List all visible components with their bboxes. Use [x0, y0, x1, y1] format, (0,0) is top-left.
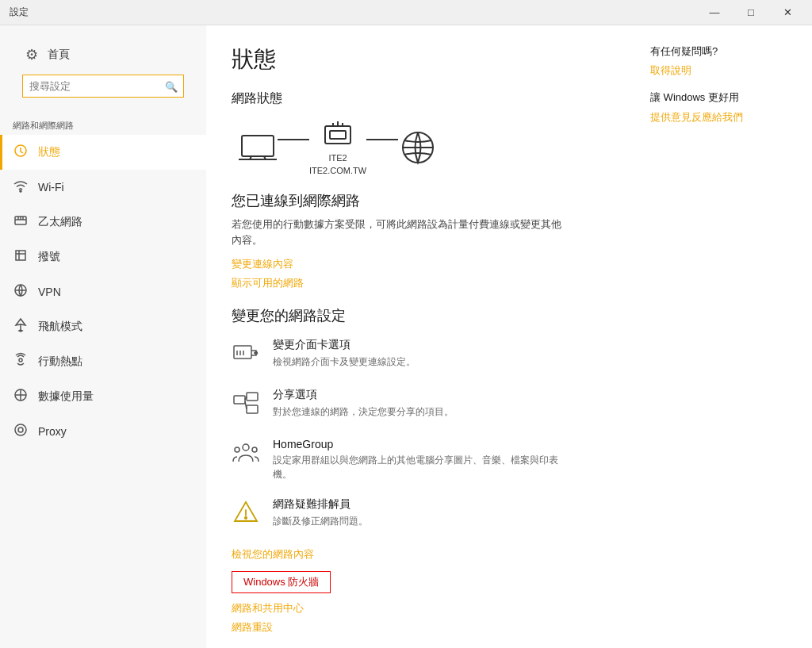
status-icon — [13, 143, 29, 162]
svg-rect-16 — [247, 405, 258, 413]
firewall-btn-container: Windows 防火牆 — [232, 566, 612, 598]
sidebar-item-wifi-label: Wi-Fi — [38, 181, 64, 194]
troubleshoot-option: 網路疑難排解員 診斷及修正網路問題。 — [232, 497, 612, 531]
sidebar-item-hotspot-label: 行動熱點 — [38, 355, 82, 369]
dialup-icon — [13, 247, 29, 266]
svg-rect-9 — [325, 126, 350, 144]
network-reset-link[interactable]: 網路重設 — [232, 620, 612, 635]
adapter-icon — [232, 339, 260, 372]
svg-rect-8 — [242, 136, 274, 156]
adapter-content: 變更介面卡選項 檢視網路介面卡及變更連線設定。 — [273, 338, 416, 369]
sidebar-item-data[interactable]: 數據使用量 — [0, 379, 206, 414]
troubleshoot-content: 網路疑難排解員 診斷及修正網路問題。 — [273, 497, 368, 528]
feedback-title: 讓 Windows 更好用 — [650, 90, 799, 105]
maximize-button[interactable]: □ — [733, 0, 769, 25]
sidebar-item-hotspot[interactable]: 行動熱點 — [0, 344, 206, 379]
router-device: ITE2 ITE2.COM.TW — [309, 120, 366, 175]
svg-rect-15 — [247, 393, 258, 401]
sidebar-section-label: 網路和網際網路 — [0, 113, 206, 135]
vpn-icon — [13, 282, 29, 301]
sidebar-header: ⚙ 首頁 🔍 — [0, 25, 206, 113]
right-panel: 有任何疑問嗎? 取得說明 讓 Windows 更好用 提供意見反應給我們 — [638, 25, 812, 648]
svg-point-7 — [18, 428, 23, 432]
network-status-heading: 網路狀態 — [232, 90, 612, 107]
sidebar-item-ethernet-label: 乙太網路 — [38, 215, 82, 229]
homegroup-content: HomeGroup 設定家用群組以與您網路上的其他電腦分享圖片、音樂、檔案與印表… — [273, 438, 574, 481]
svg-point-18 — [235, 447, 239, 452]
wifi-icon — [13, 178, 29, 197]
svg-rect-14 — [234, 396, 245, 404]
adapter-desc: 檢視網路介面卡及變更連線設定。 — [273, 355, 416, 369]
warning-icon — [232, 499, 260, 531]
minimize-button[interactable]: — — [696, 0, 733, 25]
bottom-links: 檢視您的網路內容 Windows 防火牆 網路和共用中心 網路重設 — [232, 547, 612, 635]
sharing-option: 分享選項 對於您連線的網路，決定您要分享的項目。 — [232, 388, 612, 422]
help-link[interactable]: 取得說明 — [650, 63, 799, 78]
search-input[interactable] — [22, 75, 184, 98]
globe-icon — [398, 128, 438, 167]
airplane-icon — [13, 317, 29, 336]
homegroup-icon — [232, 439, 260, 472]
router-icon — [322, 120, 354, 150]
sidebar-item-dialup-label: 撥號 — [38, 250, 60, 264]
sidebar-item-ethernet[interactable]: 乙太網路 — [0, 205, 206, 240]
change-connection-link[interactable]: 變更連線內容 — [232, 257, 612, 271]
line2 — [366, 139, 398, 140]
sidebar-item-dialup[interactable]: 撥號 — [0, 240, 206, 274]
network-diagram: ITE2 ITE2.COM.TW — [232, 120, 612, 175]
data-icon — [13, 387, 29, 406]
sharing-content: 分享選項 對於您連線的網路，決定您要分享的項目。 — [273, 388, 454, 419]
hotspot-icon — [13, 352, 29, 371]
homegroup-title: HomeGroup — [273, 438, 574, 451]
sidebar-item-airplane-label: 飛航模式 — [38, 320, 82, 334]
troubleshoot-title: 網路疑難排解員 — [273, 497, 368, 512]
globe-device — [398, 128, 438, 167]
connection-desc: 若您使用的行動數據方案受限，可將此網路設為計量付費連線或變更其他內容。 — [232, 217, 565, 247]
network-center-link[interactable]: 網路和共用中心 — [232, 601, 612, 615]
sidebar-item-status-label: 狀態 — [38, 145, 60, 159]
laptop-icon — [238, 132, 278, 163]
titlebar: 設定 — □ ✕ — [0, 0, 812, 25]
svg-point-13 — [255, 352, 258, 355]
proxy-icon — [13, 422, 29, 441]
home-icon: ⚙ — [25, 46, 38, 63]
sidebar-item-airplane[interactable]: 飛航模式 — [0, 309, 206, 344]
sidebar-item-vpn-label: VPN — [38, 286, 61, 298]
sidebar: ⚙ 首頁 🔍 網路和網際網路 狀態 Wi-Fi — [0, 25, 206, 648]
svg-rect-10 — [330, 131, 346, 139]
sharing-icon — [232, 389, 260, 422]
homegroup-desc: 設定家用群組以與您網路上的其他電腦分享圖片、音樂、檔案與印表機。 — [273, 453, 574, 481]
sidebar-item-proxy[interactable]: Proxy — [0, 414, 206, 449]
sidebar-item-status[interactable]: 狀態 — [0, 135, 206, 170]
help-title: 有任何疑問嗎? — [650, 44, 799, 59]
ethernet-icon — [13, 213, 29, 232]
change-section-title: 變更您的網路設定 — [232, 306, 612, 325]
troubleshoot-desc: 診斷及修正網路問題。 — [273, 514, 368, 528]
page-title: 狀態 — [232, 44, 612, 75]
feedback-link[interactable]: 提供意見反應給我們 — [650, 111, 743, 123]
homegroup-option: HomeGroup 設定家用群組以與您網路上的其他電腦分享圖片、音樂、檔案與印表… — [232, 438, 612, 481]
close-button[interactable]: ✕ — [769, 0, 806, 25]
svg-point-17 — [243, 444, 249, 451]
svg-point-19 — [252, 447, 257, 452]
app-container: ⚙ 首頁 🔍 網路和網際網路 狀態 Wi-Fi — [0, 25, 812, 648]
device-name-label: ITE2 — [328, 153, 347, 163]
line1 — [278, 139, 309, 140]
sidebar-item-wifi[interactable]: Wi-Fi — [0, 170, 206, 205]
sidebar-item-vpn[interactable]: VPN — [0, 274, 206, 309]
window-controls: — □ ✕ — [696, 0, 806, 25]
sharing-title: 分享選項 — [273, 388, 454, 402]
search-icon: 🔍 — [165, 80, 178, 92]
show-networks-link[interactable]: 顯示可用的網路 — [232, 276, 612, 290]
app-title: 設定 — [10, 6, 29, 19]
adapter-title: 變更介面卡選項 — [273, 338, 416, 352]
firewall-button[interactable]: Windows 防火牆 — [232, 571, 331, 593]
adapter-option: 變更介面卡選項 檢視網路介面卡及變更連線設定。 — [232, 338, 612, 372]
laptop-device — [238, 132, 278, 163]
sidebar-home-label: 首頁 — [48, 48, 70, 62]
view-network-link[interactable]: 檢視您的網路內容 — [232, 547, 612, 562]
sidebar-home[interactable]: ⚙ 首頁 — [13, 38, 193, 71]
device-domain-label: ITE2.COM.TW — [309, 166, 366, 175]
search-box: 🔍 — [22, 75, 184, 98]
svg-point-6 — [15, 424, 26, 435]
